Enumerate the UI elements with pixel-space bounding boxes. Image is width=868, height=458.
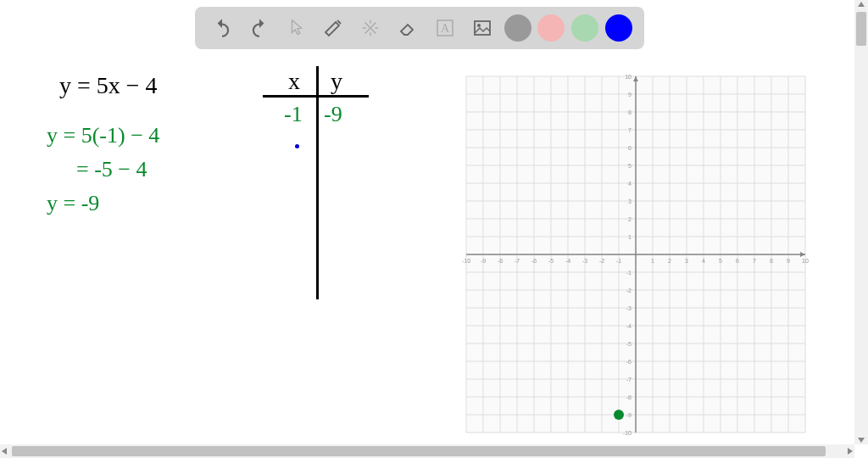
- scroll-right-arrow[interactable]: [848, 448, 853, 455]
- svg-text:3: 3: [628, 198, 632, 204]
- svg-text:-7: -7: [515, 258, 520, 264]
- svg-text:-8: -8: [626, 394, 632, 400]
- scroll-up-arrow[interactable]: [858, 2, 865, 7]
- svg-text:-10: -10: [462, 258, 470, 264]
- svg-text:-3: -3: [582, 258, 587, 264]
- coordinate-graph: -10-9-8-7-6-5-4-3-2-112345678910-10-9-8-…: [458, 68, 814, 441]
- table-vertical-line: [316, 66, 319, 299]
- vertical-scrollbar[interactable]: [854, 0, 868, 444]
- svg-rect-2: [475, 21, 490, 35]
- color-pink[interactable]: [537, 14, 565, 42]
- color-blue[interactable]: [605, 14, 632, 42]
- svg-text:-1: -1: [616, 258, 621, 264]
- svg-text:-2: -2: [626, 288, 632, 293]
- equation-substitution-2: = -5 − 4: [76, 157, 147, 182]
- svg-text:-6: -6: [626, 359, 632, 365]
- svg-text:5: 5: [628, 163, 632, 169]
- svg-text:5: 5: [719, 258, 722, 264]
- table-row-y: -9: [324, 102, 342, 127]
- svg-text:-5: -5: [548, 258, 554, 264]
- svg-text:-10: -10: [623, 430, 632, 436]
- table-header-y: y: [331, 68, 342, 95]
- svg-text:-5: -5: [626, 341, 632, 347]
- pointer-tool[interactable]: [281, 13, 312, 43]
- scroll-left-arrow[interactable]: [2, 448, 7, 455]
- svg-text:A: A: [441, 22, 450, 35]
- svg-text:6: 6: [628, 145, 632, 151]
- pencil-tool[interactable]: [318, 13, 348, 43]
- svg-text:-6: -6: [531, 258, 537, 264]
- svg-text:1: 1: [651, 258, 654, 264]
- graph-svg: -10-9-8-7-6-5-4-3-2-112345678910-10-9-8-…: [458, 68, 814, 441]
- svg-text:-9: -9: [626, 412, 632, 418]
- text-tool[interactable]: A: [430, 13, 460, 43]
- svg-text:-1: -1: [626, 270, 632, 276]
- svg-text:-4: -4: [626, 323, 632, 329]
- vertical-scroll-thumb[interactable]: [856, 12, 866, 46]
- table-row-x: -1: [284, 102, 303, 127]
- table-header-x: x: [288, 68, 300, 95]
- svg-text:-4: -4: [565, 258, 570, 264]
- svg-text:10: 10: [625, 74, 632, 80]
- svg-text:2: 2: [628, 216, 632, 222]
- scroll-down-arrow[interactable]: [858, 438, 865, 443]
- svg-text:8: 8: [628, 109, 632, 115]
- color-green[interactable]: [571, 14, 598, 42]
- svg-point-3: [477, 24, 481, 27]
- svg-text:2: 2: [668, 258, 671, 264]
- svg-text:-2: -2: [599, 258, 604, 264]
- equation-substitution-1: y = 5(-1) − 4: [47, 123, 159, 148]
- svg-text:4: 4: [628, 181, 632, 187]
- svg-text:-3: -3: [626, 305, 632, 311]
- equation-main: y = 5x − 4: [59, 72, 158, 99]
- tools-icon[interactable]: [355, 13, 386, 43]
- svg-text:9: 9: [628, 92, 632, 98]
- canvas[interactable]: y = 5x − 4 y = 5(-1) − 4 = -5 − 4 y = -9…: [0, 51, 851, 441]
- svg-text:3: 3: [685, 258, 688, 264]
- toolbar: A: [195, 7, 644, 49]
- svg-text:10: 10: [802, 258, 809, 264]
- color-gray[interactable]: [504, 14, 531, 42]
- image-tool[interactable]: [467, 13, 498, 43]
- svg-text:7: 7: [753, 258, 756, 264]
- svg-text:8: 8: [770, 258, 773, 264]
- svg-text:4: 4: [702, 258, 705, 264]
- svg-text:6: 6: [736, 258, 739, 264]
- svg-text:1: 1: [628, 234, 632, 240]
- horizontal-scroll-thumb[interactable]: [12, 446, 826, 456]
- horizontal-scrollbar[interactable]: [0, 444, 854, 458]
- svg-text:-9: -9: [481, 258, 486, 264]
- redo-button[interactable]: [244, 13, 275, 43]
- eraser-tool[interactable]: [392, 13, 423, 43]
- equation-result: y = -9: [47, 191, 99, 216]
- table-cursor-dot: [295, 144, 299, 148]
- svg-text:9: 9: [787, 258, 790, 264]
- svg-text:-7: -7: [626, 377, 632, 383]
- svg-point-91: [614, 410, 624, 420]
- svg-text:-8: -8: [498, 258, 503, 264]
- undo-button[interactable]: [207, 13, 237, 43]
- svg-text:7: 7: [628, 127, 632, 133]
